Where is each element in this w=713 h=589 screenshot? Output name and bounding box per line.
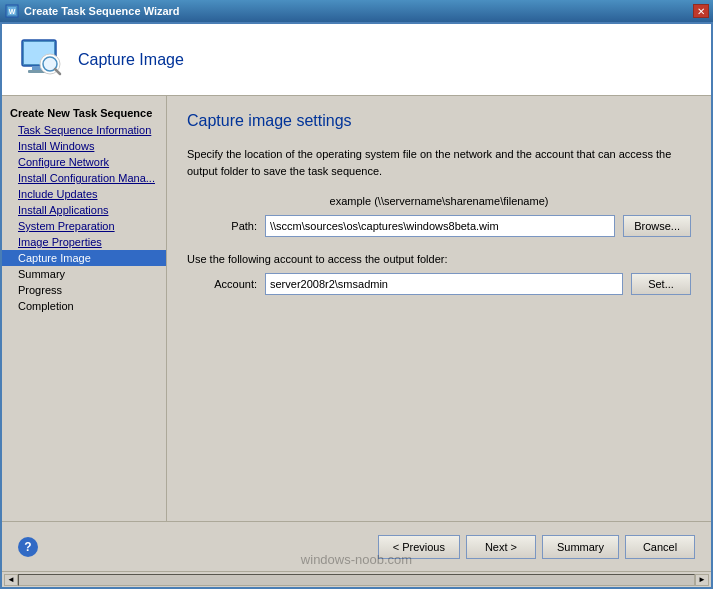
sidebar-item-capture-image[interactable]: Capture Image <box>2 250 166 266</box>
sidebar-item-image-properties[interactable]: Image Properties <box>2 234 166 250</box>
scrollbar-area: ◄ ► <box>2 571 711 587</box>
previous-button[interactable]: < Previous <box>378 535 460 559</box>
next-button[interactable]: Next > <box>466 535 536 559</box>
main-panel: Capture image settings Specify the locat… <box>167 96 711 521</box>
title-bar-title: Create Task Sequence Wizard <box>24 5 693 17</box>
sidebar-section-header[interactable]: Create New Task Sequence <box>2 104 166 122</box>
sidebar-item-progress[interactable]: Progress <box>2 282 166 298</box>
bottom-bar: ? < Previous Next > Summary Cancel <box>2 521 711 571</box>
sidebar-item-install-windows[interactable]: Install Windows <box>2 138 166 154</box>
sidebar-item-task-sequence-information[interactable]: Task Sequence Information <box>2 122 166 138</box>
scroll-left-arrow[interactable]: ◄ <box>4 574 18 586</box>
wizard-header: Capture Image <box>2 24 711 96</box>
scroll-right-arrow[interactable]: ► <box>695 574 709 586</box>
cancel-button[interactable]: Cancel <box>625 535 695 559</box>
example-text: example (\\servername\sharename\filename… <box>187 195 691 207</box>
sidebar-item-configure-network[interactable]: Configure Network <box>2 154 166 170</box>
bottom-left: ? <box>18 537 38 557</box>
set-button[interactable]: Set... <box>631 273 691 295</box>
title-bar: W Create Task Sequence Wizard ✕ <box>0 0 713 22</box>
wizard-window: Capture Image Create New Task Sequence T… <box>0 22 713 589</box>
summary-button[interactable]: Summary <box>542 535 619 559</box>
header-title: Capture Image <box>78 51 184 69</box>
account-field-row: Account: Set... <box>187 273 691 295</box>
account-label: Account: <box>187 278 257 290</box>
account-section-label: Use the following account to access the … <box>187 253 691 265</box>
path-label: Path: <box>187 220 257 232</box>
path-field-row: Path: Browse... <box>187 215 691 237</box>
title-bar-icon: W <box>4 3 20 19</box>
scrollbar-track[interactable] <box>18 574 695 586</box>
description-text: Specify the location of the operating sy… <box>187 146 691 179</box>
sidebar-item-summary[interactable]: Summary <box>2 266 166 282</box>
help-icon[interactable]: ? <box>18 537 38 557</box>
sidebar-item-include-updates[interactable]: Include Updates <box>2 186 166 202</box>
bottom-right: < Previous Next > Summary Cancel <box>378 535 695 559</box>
sidebar-item-completion[interactable]: Completion <box>2 298 166 314</box>
svg-line-9 <box>55 69 60 74</box>
browse-button[interactable]: Browse... <box>623 215 691 237</box>
account-input[interactable] <box>265 273 623 295</box>
sidebar-item-install-applications[interactable]: Install Applications <box>2 202 166 218</box>
sidebar-item-install-config-manager[interactable]: Install Configuration Mana... <box>2 170 166 186</box>
svg-text:W: W <box>9 8 16 15</box>
content-area: Create New Task Sequence Task Sequence I… <box>2 96 711 521</box>
capture-image-icon <box>18 36 66 84</box>
page-title: Capture image settings <box>187 112 691 130</box>
sidebar-item-system-preparation[interactable]: System Preparation <box>2 218 166 234</box>
close-button[interactable]: ✕ <box>693 4 709 18</box>
path-input[interactable] <box>265 215 615 237</box>
sidebar: Create New Task Sequence Task Sequence I… <box>2 96 167 521</box>
